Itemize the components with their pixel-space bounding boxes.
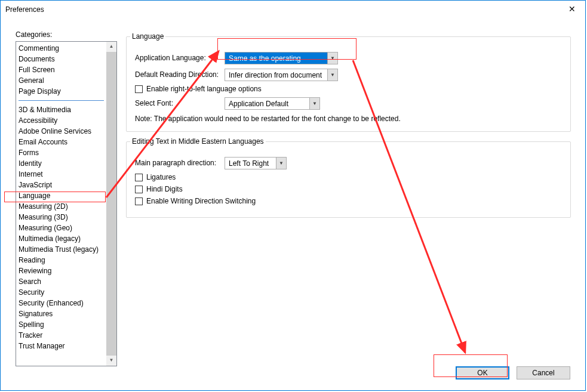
category-item[interactable]: Identity xyxy=(16,158,106,169)
category-item[interactable]: Multimedia (legacy) xyxy=(16,233,106,244)
category-item[interactable]: Adobe Online Services xyxy=(16,126,106,137)
editing-group-title: Editing Text in Middle Eastern Languages xyxy=(130,137,266,146)
category-item[interactable]: Documents xyxy=(16,54,106,64)
category-item[interactable]: Spelling xyxy=(16,319,106,330)
ligatures-label: Ligatures xyxy=(146,173,176,181)
category-item[interactable]: Measuring (Geo) xyxy=(16,223,106,233)
dialog-title: Preferences xyxy=(5,5,44,14)
ligatures-checkbox[interactable] xyxy=(135,174,143,181)
ok-button[interactable]: OK xyxy=(456,366,509,379)
hindi-digits-checkbox[interactable] xyxy=(135,186,143,193)
select-font-combobox[interactable]: Application Default ▼ xyxy=(225,97,320,110)
font-restart-note: Note: The application would need to be r… xyxy=(135,115,562,123)
categories-scrollbar[interactable]: ▲ ▼ xyxy=(106,42,116,366)
main-paragraph-value: Left To Right xyxy=(225,158,276,169)
language-group-title: Language xyxy=(130,32,165,41)
scroll-up-icon[interactable]: ▲ xyxy=(106,42,116,52)
rtl-checkbox[interactable] xyxy=(135,85,143,93)
select-font-value: Application Default xyxy=(225,98,309,109)
category-item[interactable]: Internet xyxy=(16,169,106,180)
category-item[interactable]: Language xyxy=(16,190,106,201)
category-item[interactable]: 3D & Multimedia xyxy=(16,104,106,115)
scroll-down-icon[interactable]: ▼ xyxy=(106,356,116,366)
category-separator xyxy=(19,100,104,101)
category-item[interactable]: General xyxy=(16,75,106,86)
app-language-combobox[interactable]: Same as the operating system ▼ xyxy=(225,52,338,64)
rtl-checkbox-label: Enable right-to-left language options xyxy=(146,85,262,93)
category-item[interactable]: Tracker xyxy=(16,330,106,341)
reading-direction-label: Default Reading Direction: xyxy=(135,70,225,79)
select-font-label: Select Font: xyxy=(135,99,225,107)
language-group: Language Application Language: Same as t… xyxy=(126,36,571,132)
cancel-button[interactable]: Cancel xyxy=(517,366,570,379)
editing-group: Editing Text in Middle Eastern Languages… xyxy=(126,141,571,218)
writing-direction-checkbox[interactable] xyxy=(135,197,143,205)
chevron-down-icon: ▼ xyxy=(309,98,319,109)
writing-direction-label: Enable Writing Direction Switching xyxy=(146,197,256,205)
reading-direction-value: Infer direction from document xyxy=(225,69,327,81)
category-item[interactable]: Measuring (2D) xyxy=(16,201,106,212)
category-item[interactable]: JavaScript xyxy=(16,180,106,190)
titlebar: Preferences ✕ xyxy=(1,1,585,18)
category-item[interactable]: Search xyxy=(16,276,106,287)
category-item[interactable]: Full Screen xyxy=(16,64,106,75)
close-icon: ✕ xyxy=(568,4,576,14)
chevron-down-icon: ▼ xyxy=(327,53,337,64)
close-button[interactable]: ✕ xyxy=(558,1,585,18)
main-paragraph-label: Main paragraph direction: xyxy=(135,159,225,167)
category-item[interactable]: Measuring (3D) xyxy=(16,212,106,223)
chevron-down-icon: ▼ xyxy=(327,69,337,81)
category-item[interactable]: Security xyxy=(16,287,106,298)
category-item[interactable]: Commenting xyxy=(16,43,106,54)
hindi-digits-label: Hindi Digits xyxy=(146,185,183,193)
category-item[interactable]: Signatures xyxy=(16,308,106,319)
category-item[interactable]: Security (Enhanced) xyxy=(16,298,106,308)
category-item[interactable]: Trust Manager xyxy=(16,341,106,351)
category-item[interactable]: Reading xyxy=(16,255,106,266)
main-paragraph-combobox[interactable]: Left To Right ▼ xyxy=(225,157,287,169)
app-language-label: Application Language: xyxy=(135,54,225,62)
category-item[interactable]: Page Display xyxy=(16,86,106,97)
category-item[interactable]: Multimedia Trust (legacy) xyxy=(16,244,106,255)
scroll-thumb[interactable] xyxy=(106,52,116,356)
categories-label: Categories: xyxy=(16,30,52,39)
category-item[interactable]: Reviewing xyxy=(16,266,106,276)
category-item[interactable]: Forms xyxy=(16,147,106,158)
app-language-value: Same as the operating system xyxy=(225,53,327,64)
categories-listbox[interactable]: CommentingDocumentsFull ScreenGeneralPag… xyxy=(16,41,117,366)
chevron-down-icon: ▼ xyxy=(276,158,286,169)
reading-direction-combobox[interactable]: Infer direction from document ▼ xyxy=(225,69,338,81)
category-item[interactable]: Accessibility xyxy=(16,115,106,126)
category-item[interactable]: Email Accounts xyxy=(16,137,106,147)
